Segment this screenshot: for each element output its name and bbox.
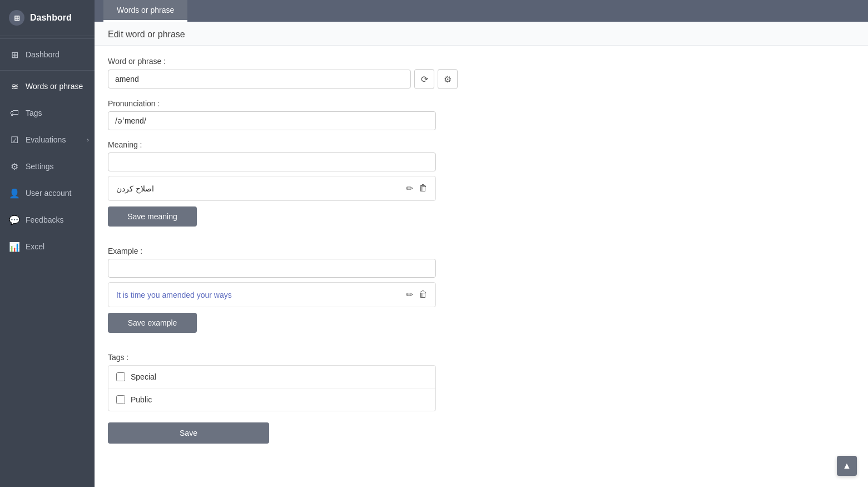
example-entry-box: It is time you amended your ways ✏ 🗑 — [108, 282, 436, 307]
sidebar-item-settings[interactable]: ⚙ Settings — [0, 153, 95, 180]
bottom-save-area: Save — [108, 422, 554, 444]
sidebar-item-evaluations-label: Evaluations — [26, 135, 66, 144]
example-input[interactable] — [108, 259, 436, 278]
meaning-edit-icon[interactable]: ✏ — [406, 183, 413, 194]
refresh-icon: ⟳ — [421, 74, 428, 85]
meaning-field-group: Meaning : اصلاح کردن ✏ 🗑 Save meaning — [108, 140, 554, 237]
feedbacks-icon: 💬 — [9, 214, 20, 225]
meaning-label: Meaning : — [108, 140, 554, 149]
page-header: Edit word or phrase — [95, 22, 868, 46]
sidebar-item-feedbacks-label: Feedbacks — [26, 215, 63, 224]
pronunciation-field-group: Pronunciation : — [108, 99, 554, 130]
settings-icon: ⚙ — [9, 161, 20, 172]
tag-item-special: Special — [108, 366, 435, 388]
save-button[interactable]: Save — [108, 422, 269, 444]
chevron-right-icon: › — [87, 136, 89, 143]
sidebar-item-feedbacks[interactable]: 💬 Feedbacks — [0, 206, 95, 233]
sidebar-item-words-label: Words or phrase — [26, 82, 83, 91]
sidebar-item-user-label: User account — [26, 189, 71, 198]
sidebar-item-tags[interactable]: 🏷 Tags — [0, 100, 95, 126]
sidebar-item-words[interactable]: ≋ Words or phrase — [0, 73, 95, 100]
sidebar-divider-2 — [0, 70, 95, 71]
tab-words-phrase[interactable]: Words or phrase — [103, 0, 187, 22]
tag-special-label: Special — [131, 372, 156, 381]
word-input[interactable] — [108, 70, 411, 88]
main-content: Words or phrase Edit word or phrase Word… — [95, 0, 868, 487]
example-text: It is time you amended your ways — [116, 291, 232, 299]
save-meaning-button[interactable]: Save meaning — [108, 206, 197, 227]
tag-public-label: Public — [131, 395, 152, 404]
page-title: Edit word or phrase — [108, 29, 185, 39]
word-input-row: ⟳ ⚙ — [108, 69, 554, 89]
sidebar-logo[interactable]: ⊞ Dashbord — [0, 0, 95, 36]
sidebar-item-excel[interactable]: 📊 Excel — [0, 233, 95, 260]
sidebar-item-excel-label: Excel — [26, 242, 44, 251]
tags-icon: 🏷 — [9, 107, 20, 119]
pronunciation-input[interactable] — [108, 111, 436, 130]
example-delete-icon[interactable]: 🗑 — [419, 289, 428, 300]
refresh-button[interactable]: ⟳ — [414, 69, 434, 89]
filter-button[interactable]: ⚙ — [438, 69, 458, 89]
tag-item-public: Public — [108, 388, 435, 411]
excel-icon: 📊 — [9, 241, 20, 252]
example-label: Example : — [108, 247, 554, 255]
meaning-actions: ✏ 🗑 — [406, 183, 428, 194]
tag-public-checkbox[interactable] — [116, 395, 125, 404]
meaning-delete-icon[interactable]: 🗑 — [419, 183, 428, 194]
tags-field-group: Tags : Special Public — [108, 353, 554, 411]
meaning-input[interactable] — [108, 153, 436, 171]
sidebar: ⊞ Dashbord ⊞ Dashbord ≋ Words or phrase … — [0, 0, 95, 487]
meaning-text: اصلاح کردن — [116, 184, 154, 193]
sidebar-item-dashboard[interactable]: ⊞ Dashbord — [0, 41, 95, 68]
sidebar-divider — [0, 38, 95, 39]
example-edit-icon[interactable]: ✏ — [406, 289, 413, 300]
tab-bar: Words or phrase — [95, 0, 868, 22]
pronunciation-label: Pronunciation : — [108, 99, 554, 108]
sidebar-item-tags-label: Tags — [26, 109, 42, 117]
tag-special-checkbox[interactable] — [116, 372, 125, 381]
sidebar-item-evaluations[interactable]: ☑ Evaluations › — [0, 126, 95, 153]
meaning-entry-box: اصلاح کردن ✏ 🗑 — [108, 176, 436, 201]
tab-words-label: Words or phrase — [117, 6, 174, 14]
word-label: Word or phrase : — [108, 57, 554, 66]
filter-icon: ⚙ — [444, 74, 452, 85]
sidebar-item-settings-label: Settings — [26, 162, 54, 171]
words-icon: ≋ — [9, 81, 20, 92]
tags-label: Tags : — [108, 353, 554, 362]
evaluations-icon: ☑ — [9, 134, 20, 145]
sidebar-item-dashboard-label: Dashbord — [26, 50, 59, 59]
user-icon: 👤 — [9, 188, 20, 199]
dashboard-icon: ⊞ — [9, 49, 20, 60]
word-field-group: Word or phrase : ⟳ ⚙ — [108, 57, 554, 89]
logo-icon: ⊞ — [9, 10, 24, 26]
scroll-top-button[interactable]: ▲ — [837, 456, 857, 476]
tags-box: Special Public — [108, 365, 436, 411]
example-field-group: Example : It is time you amended your wa… — [108, 247, 554, 343]
example-actions: ✏ 🗑 — [406, 289, 428, 300]
sidebar-item-user-account[interactable]: 👤 User account — [0, 180, 95, 206]
save-example-button[interactable]: Save example — [108, 313, 197, 333]
form-area: Word or phrase : ⟳ ⚙ Pronunciation : Mea… — [95, 46, 567, 466]
sidebar-logo-label: Dashbord — [30, 13, 72, 23]
scroll-up-icon: ▲ — [842, 461, 851, 471]
